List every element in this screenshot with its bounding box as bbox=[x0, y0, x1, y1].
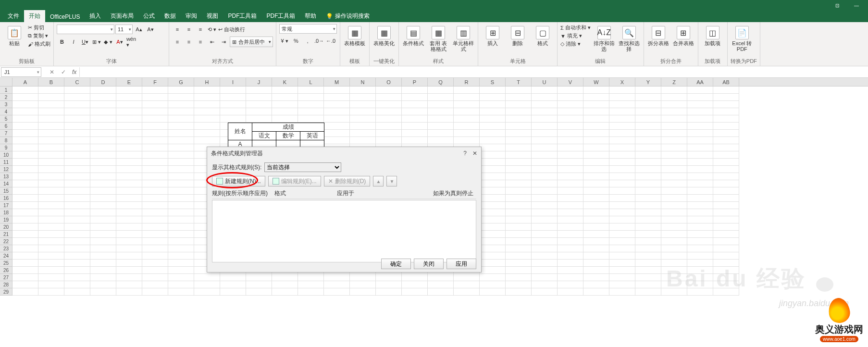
cell[interactable] bbox=[350, 281, 376, 288]
comma-button[interactable]: , bbox=[302, 36, 313, 46]
cell[interactable] bbox=[480, 123, 506, 130]
cell[interactable] bbox=[246, 288, 272, 296]
cell[interactable] bbox=[532, 187, 558, 195]
cell[interactable] bbox=[324, 274, 350, 281]
cell[interactable] bbox=[506, 223, 532, 231]
cell[interactable] bbox=[64, 151, 90, 159]
cell[interactable] bbox=[661, 144, 687, 151]
cell[interactable] bbox=[713, 94, 739, 101]
cell[interactable] bbox=[661, 245, 687, 252]
cell[interactable] bbox=[635, 108, 661, 115]
cell[interactable] bbox=[402, 137, 428, 144]
cell[interactable] bbox=[635, 180, 661, 187]
cell[interactable] bbox=[428, 288, 454, 296]
cell[interactable] bbox=[168, 130, 194, 137]
cell[interactable] bbox=[558, 173, 583, 180]
cell[interactable] bbox=[480, 216, 506, 223]
cell[interactable] bbox=[142, 195, 168, 202]
dialog-help-button[interactable]: ? bbox=[463, 150, 467, 157]
cell[interactable] bbox=[90, 94, 116, 101]
cell[interactable] bbox=[402, 87, 428, 94]
col-header-T[interactable]: T bbox=[506, 78, 532, 86]
cell[interactable] bbox=[687, 274, 713, 281]
cell[interactable] bbox=[506, 252, 532, 260]
phonetic-button[interactable]: wén ▾ bbox=[126, 37, 136, 47]
cell[interactable] bbox=[64, 195, 90, 202]
cell[interactable] bbox=[142, 187, 168, 195]
merge-table-button[interactable]: ⊞合并表格 bbox=[672, 24, 695, 48]
cell[interactable] bbox=[661, 267, 687, 274]
cell[interactable] bbox=[713, 166, 739, 173]
table-template-button[interactable]: ▦表格模板 bbox=[343, 24, 366, 48]
col-header-F[interactable]: F bbox=[142, 78, 168, 86]
cell[interactable] bbox=[64, 267, 90, 274]
col-header-E[interactable]: E bbox=[116, 78, 142, 86]
dialog-close-button[interactable]: ✕ bbox=[472, 150, 477, 157]
cell[interactable] bbox=[687, 151, 713, 159]
tab-pdf2[interactable]: PDF工具箱 bbox=[261, 10, 300, 22]
cell[interactable] bbox=[532, 159, 558, 166]
cell[interactable] bbox=[583, 195, 609, 202]
cell[interactable] bbox=[558, 209, 583, 216]
cell[interactable] bbox=[272, 274, 298, 281]
cell[interactable] bbox=[687, 245, 713, 252]
cell[interactable] bbox=[402, 108, 428, 115]
cell[interactable] bbox=[687, 94, 713, 101]
ribbon-display-button[interactable]: ⊡ bbox=[828, 0, 847, 11]
cell[interactable] bbox=[635, 195, 661, 202]
cell[interactable] bbox=[609, 245, 635, 252]
cell[interactable] bbox=[194, 87, 220, 94]
cell[interactable] bbox=[90, 223, 116, 231]
cell[interactable] bbox=[532, 166, 558, 173]
find-select-button[interactable]: 🔍查找和选择 bbox=[618, 24, 641, 54]
cell[interactable] bbox=[90, 231, 116, 238]
cell[interactable] bbox=[142, 216, 168, 223]
delete-button[interactable]: ⊟删除 bbox=[506, 24, 529, 48]
cell[interactable] bbox=[90, 187, 116, 195]
decrease-font-button[interactable]: A▾ bbox=[145, 25, 156, 34]
cell[interactable] bbox=[402, 288, 428, 296]
cell[interactable] bbox=[532, 151, 558, 159]
cell[interactable] bbox=[116, 245, 142, 252]
format-painter-button[interactable]: 🖌格式刷 bbox=[28, 40, 50, 48]
cell[interactable] bbox=[713, 137, 739, 144]
autosum-button[interactable]: Σ自动求和 ▾ bbox=[560, 24, 591, 31]
cell[interactable] bbox=[90, 159, 116, 166]
tab-data[interactable]: 数据 bbox=[160, 10, 181, 22]
cell[interactable] bbox=[168, 216, 194, 223]
cell[interactable] bbox=[480, 202, 506, 209]
font-name-combo[interactable] bbox=[57, 25, 114, 34]
cell[interactable] bbox=[38, 87, 64, 94]
formula-input[interactable] bbox=[79, 67, 868, 77]
cell[interactable] bbox=[635, 252, 661, 260]
cell[interactable] bbox=[12, 267, 38, 274]
cell[interactable] bbox=[142, 94, 168, 101]
cell[interactable] bbox=[609, 260, 635, 267]
cell[interactable] bbox=[116, 195, 142, 202]
cell[interactable] bbox=[38, 260, 64, 267]
cell[interactable] bbox=[142, 144, 168, 151]
cell[interactable] bbox=[661, 238, 687, 245]
cell[interactable] bbox=[506, 130, 532, 137]
cell[interactable] bbox=[376, 94, 402, 101]
cell[interactable] bbox=[194, 94, 220, 101]
row-header-16[interactable]: 16 bbox=[0, 195, 12, 202]
cell[interactable] bbox=[454, 87, 480, 94]
cell[interactable] bbox=[583, 252, 609, 260]
cell[interactable] bbox=[558, 137, 583, 144]
cell[interactable] bbox=[480, 173, 506, 180]
cell[interactable] bbox=[532, 267, 558, 274]
row-header-29[interactable]: 29 bbox=[0, 288, 12, 296]
cell[interactable] bbox=[142, 245, 168, 252]
cell[interactable] bbox=[713, 245, 739, 252]
cell[interactable] bbox=[116, 101, 142, 108]
cell[interactable] bbox=[583, 267, 609, 274]
cell[interactable] bbox=[661, 260, 687, 267]
cell[interactable] bbox=[506, 123, 532, 130]
cell[interactable] bbox=[480, 288, 506, 296]
font-color-button[interactable]: A ▾ bbox=[114, 37, 125, 47]
cell[interactable] bbox=[90, 267, 116, 274]
cell[interactable] bbox=[687, 173, 713, 180]
cell[interactable] bbox=[142, 231, 168, 238]
cell[interactable] bbox=[532, 281, 558, 288]
